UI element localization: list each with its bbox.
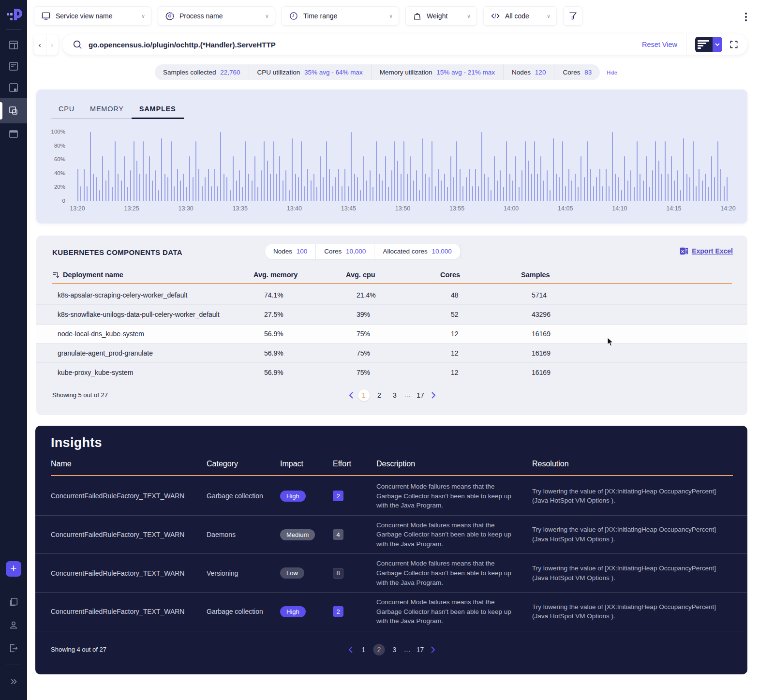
stat-value: 35% avg - 64% max (304, 69, 363, 76)
pagination-page-3[interactable]: 3 (389, 389, 401, 401)
insight-row[interactable]: ConcurrentFailedRuleFactory_TEXT_WARNVer… (35, 554, 747, 593)
chart-bar (450, 156, 451, 201)
service-view-dropdown[interactable]: Service view name ∨ (34, 6, 151, 26)
chart-bar (379, 174, 380, 201)
pagination-page-1[interactable]: 1 (357, 644, 369, 655)
reset-view-link[interactable]: Reset View (642, 41, 677, 48)
code-filter-dropdown[interactable]: All code ∨ (483, 6, 557, 26)
double-chevron-right-icon (8, 676, 19, 687)
chart-bar (115, 141, 116, 201)
y-axis-tick: 40% (40, 170, 65, 176)
table-title: KUBERNETES COMPONENTS DATA (52, 248, 182, 256)
cell-deployment-name: k8s-apsalar-scraping-celery-worker_defau… (58, 291, 264, 299)
pagination-page-1[interactable]: 1 (358, 389, 370, 401)
weight-dropdown[interactable]: Weight ∨ (405, 6, 477, 26)
sidebar-item-list-view[interactable] (0, 56, 27, 77)
chart-bar (87, 186, 88, 201)
chart-bar (534, 141, 535, 201)
chart-bar (332, 186, 333, 201)
chart-bar (289, 190, 290, 201)
chart-tab-memory[interactable]: MEMORY (82, 101, 132, 119)
chart-tab-cpu[interactable]: CPU (51, 101, 82, 119)
sidebar-item-copy[interactable] (0, 590, 27, 613)
insight-row[interactable]: ConcurrentFailedRuleFactory_TEXT_WARNGar… (35, 477, 747, 516)
sidebar-item-window-view[interactable] (0, 123, 27, 145)
pagination-page-3[interactable]: 3 (388, 644, 400, 655)
chart-bar (283, 180, 283, 201)
pagination-page-2[interactable]: 2 (373, 644, 385, 655)
insights-pagination: 123...17 (347, 644, 436, 655)
insight-row[interactable]: ConcurrentFailedRuleFactory_TEXT_WARNGar… (35, 593, 747, 631)
chart-bar (568, 169, 569, 201)
pagination-page-2[interactable]: 2 (373, 389, 385, 401)
export-excel-button[interactable]: X Export Excel (680, 247, 733, 255)
chart-bar (301, 141, 302, 201)
chart-bar (488, 177, 489, 201)
insight-row[interactable]: ConcurrentFailedRuleFactory_TEXT_WARNDae… (35, 516, 747, 554)
table-row[interactable]: k8s-snowflake-unilogs-data-pull-celery-w… (36, 305, 747, 324)
chevron-down-icon[interactable] (713, 37, 722, 52)
chart-bar (254, 156, 255, 201)
sidebar-item-compare-view[interactable] (0, 98, 27, 123)
pagination-prev-button[interactable] (347, 645, 354, 654)
chart-bar (167, 177, 168, 201)
chart-bar (158, 190, 159, 201)
effort-badge: 8 (333, 568, 343, 579)
insight-resolution: Try lowering the value of [XX:Initiating… (532, 602, 732, 621)
search-input[interactable] (89, 41, 642, 49)
pagination-page-17[interactable]: 17 (415, 389, 426, 401)
chart-bar (118, 174, 119, 201)
insight-effort: 4 (333, 529, 376, 540)
table-row[interactable]: k8s-apsalar-scraping-celery-worker_defau… (36, 285, 747, 305)
insights-column-header: Description (376, 460, 532, 468)
sidebar-item-user[interactable] (0, 613, 27, 637)
chart-bar (438, 169, 439, 201)
chart-bar (575, 174, 576, 201)
fullscreen-button[interactable] (729, 40, 739, 49)
table-stat-chip: Cores 10,000 (316, 244, 374, 259)
flamegraph-view-button[interactable] (695, 37, 722, 52)
insights-column-header: Category (207, 460, 280, 468)
x-axis-label: 13:30 (179, 205, 194, 212)
chart-bar (543, 180, 544, 201)
history-forward-button[interactable]: › (46, 34, 59, 55)
chart-bar (183, 174, 184, 201)
chevron-down-icon: ∨ (265, 13, 269, 19)
chart-tab-samples[interactable]: SAMPLES (132, 101, 184, 119)
hide-link[interactable]: Hide (607, 70, 617, 75)
time-range-dropdown[interactable]: Time range ∨ (282, 6, 399, 26)
chart-bar (547, 170, 548, 201)
chart-bar (630, 170, 631, 201)
table-row[interactable]: node-local-dns_kube-system56.9%75%121616… (36, 324, 747, 343)
chart-bar (164, 174, 165, 201)
y-axis-tick: 20% (40, 184, 65, 190)
sidebar-expand-button[interactable] (0, 670, 27, 693)
more-options-button[interactable] (743, 11, 749, 23)
chart-bar (661, 174, 662, 201)
sidebar-item-logout[interactable] (0, 637, 27, 660)
history-back-button[interactable]: ‹ (34, 34, 46, 55)
sidebar-item-dashboard[interactable] (0, 34, 27, 56)
pagination-page-17[interactable]: 17 (415, 644, 426, 655)
cell-samples: 16169 (532, 330, 747, 338)
process-name-dropdown[interactable]: Process name ∨ (158, 6, 275, 26)
insight-effort: 2 (333, 491, 376, 501)
kubernetes-table-card: KUBERNETES COMPONENTS DATA Nodes 100Core… (36, 236, 747, 415)
pagination-prev-button[interactable] (348, 391, 354, 400)
insight-name: ConcurrentFailedRuleFactory_TEXT_WARN (51, 531, 207, 538)
pagination-next-button[interactable] (430, 391, 436, 400)
column-header[interactable]: Deployment name (52, 271, 253, 279)
chart-bar (397, 161, 398, 201)
chart-bar (621, 190, 622, 201)
column-header: Samples (521, 271, 732, 279)
chart-bar (503, 187, 504, 201)
mouse-cursor (607, 337, 614, 347)
filter-button[interactable] (563, 6, 582, 26)
chart-bar (453, 177, 454, 201)
add-button[interactable]: + (6, 561, 21, 577)
table-row[interactable]: granulate-agent_prod-granulate56.9%75%12… (36, 343, 747, 363)
table-row[interactable]: kube-proxy_kube-system56.9%75%1216169 (36, 363, 747, 382)
sidebar-item-flame-view[interactable] (0, 77, 27, 98)
column-label: Avg. cpu (346, 271, 375, 279)
pagination-next-button[interactable] (430, 645, 436, 654)
